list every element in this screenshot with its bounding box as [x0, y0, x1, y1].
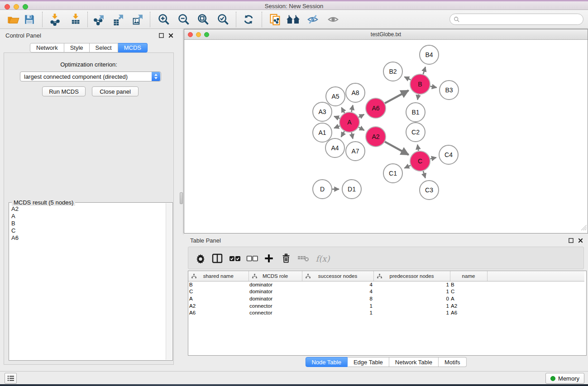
node-B3[interactable]: B3 [440, 81, 459, 100]
result-item-A[interactable]: A [10, 213, 166, 220]
node-A1[interactable]: A1 [313, 123, 332, 142]
node-A7[interactable]: A7 [346, 142, 365, 161]
table-row-B[interactable]: Bdominator41B [188, 281, 584, 288]
node-B[interactable]: B [410, 74, 430, 94]
table-cell[interactable]: C [450, 288, 487, 295]
edge-B-B3[interactable] [430, 86, 437, 88]
column-header-predecessor-nodes[interactable]: predecessor nodes [373, 271, 450, 281]
node-C1[interactable]: C1 [383, 164, 402, 183]
new-network-from-selection-icon[interactable] [268, 12, 282, 27]
edge-B-B4[interactable] [423, 67, 425, 74]
node-B4[interactable]: B4 [420, 45, 439, 64]
float-panel-icon[interactable] [158, 33, 164, 38]
table-cell[interactable]: 4 [302, 281, 373, 288]
table-row-A6[interactable]: A6connector11A6 [188, 309, 584, 316]
import-table-icon[interactable] [68, 12, 83, 27]
edge-A-A5[interactable] [341, 108, 344, 113]
table-row-C[interactable]: Cdominator41C [188, 288, 584, 295]
node-A5[interactable]: A5 [326, 87, 345, 106]
tab-motifs[interactable]: Motifs [439, 357, 467, 367]
criterion-dropdown[interactable]: largest connected component (directed) [20, 71, 161, 81]
edge-A-A3[interactable] [334, 116, 339, 119]
run-mcds-button[interactable]: Run MCDS [42, 86, 86, 96]
column-header-name[interactable]: name [450, 271, 487, 281]
window-resize-grip[interactable] [581, 224, 587, 233]
column-header-shared-name[interactable]: shared name [188, 271, 249, 281]
node-A[interactable]: A [339, 112, 359, 132]
node-C[interactable]: C [410, 151, 430, 171]
memory-button[interactable]: Memory [545, 373, 584, 384]
node-A4[interactable]: A4 [325, 138, 344, 157]
export-table-icon[interactable] [111, 12, 126, 27]
table-cell[interactable]: 1 [302, 309, 373, 316]
result-item-A2[interactable]: A2 [10, 205, 166, 213]
table-cell[interactable]: A6 [450, 309, 487, 316]
zoom-fit-icon[interactable] [196, 12, 210, 27]
column-header-mcds-role[interactable]: MCDS role [249, 271, 302, 281]
table-cell[interactable]: 1 [373, 309, 450, 316]
zoom-in-icon[interactable] [157, 12, 171, 27]
add-column-icon[interactable] [262, 252, 276, 265]
table-cell[interactable]: B [188, 281, 249, 288]
network-canvas[interactable]: B4B2BB3A8A5A6A3B1AC2A1A2A4A7C4CC1DD1C3 [185, 40, 588, 233]
table-cell[interactable]: A2 [188, 302, 249, 310]
show-all-icon[interactable] [326, 12, 340, 27]
node-B1[interactable]: B1 [406, 103, 425, 122]
open-session-icon[interactable] [6, 12, 20, 27]
table-cell[interactable]: 1 [373, 302, 450, 310]
zoom-out-icon[interactable] [177, 12, 191, 27]
edge-A-A4[interactable] [341, 131, 344, 137]
delete-table-icon[interactable] [296, 252, 310, 265]
function-builder-icon[interactable]: f(x) [314, 252, 332, 265]
table-cell[interactable]: connector [249, 309, 302, 316]
edge-B-B1[interactable] [418, 95, 419, 100]
node-C4[interactable]: C4 [439, 145, 458, 164]
select-all-icon[interactable] [228, 252, 242, 265]
edge-C-C3[interactable] [423, 171, 425, 178]
first-neighbors-icon[interactable] [286, 12, 301, 27]
edge-A-A7[interactable] [352, 133, 353, 139]
export-network-icon[interactable] [92, 12, 106, 27]
edge-A2-C[interactable] [385, 142, 409, 155]
table-cell[interactable]: A [188, 295, 249, 302]
table-cell[interactable]: dominator [249, 295, 302, 302]
network-window-titlebar[interactable]: testGlobe.txt [184, 29, 588, 40]
result-scrollbar[interactable] [166, 203, 172, 360]
edge-A-A6[interactable] [359, 114, 364, 118]
table-cell[interactable]: A2 [450, 302, 487, 310]
float-table-panel-icon[interactable] [568, 238, 574, 243]
show-panels-list-button[interactable] [5, 373, 17, 384]
export-image-icon[interactable] [131, 12, 145, 27]
tab-style[interactable]: Style [64, 43, 90, 52]
tab-mcds[interactable]: MCDS [118, 43, 148, 52]
table-row-A[interactable]: Adominator80A [188, 295, 584, 302]
table-cell[interactable]: dominator [249, 288, 302, 295]
tab-edge-table[interactable]: Edge Table [348, 357, 389, 367]
vertical-split-handle[interactable] [180, 192, 183, 204]
node-B2[interactable]: B2 [383, 62, 402, 81]
search-field[interactable] [449, 14, 583, 25]
edge-A6-B[interactable] [385, 91, 408, 103]
table-cell[interactable]: 8 [302, 295, 373, 302]
tab-select[interactable]: Select [90, 43, 118, 52]
table-cell[interactable]: 0 [373, 295, 450, 302]
close-panel-button[interactable]: Close panel [92, 86, 139, 96]
result-item-B[interactable]: B [10, 220, 166, 227]
table-cell[interactable]: 1 [373, 288, 450, 295]
tab-network-table[interactable]: Network Table [389, 357, 439, 367]
table-cell[interactable]: connector [249, 302, 302, 310]
edge-C-C1[interactable] [405, 165, 411, 168]
save-session-icon[interactable] [22, 12, 37, 27]
table-options-icon[interactable] [194, 252, 207, 265]
table-cell[interactable]: 1 [302, 302, 373, 310]
edge-C-C4[interactable] [430, 157, 436, 159]
column-header-successor-nodes[interactable]: successor nodes [302, 271, 373, 281]
delete-columns-icon[interactable] [279, 252, 293, 265]
node-A3[interactable]: A3 [313, 102, 332, 121]
result-item-C[interactable]: C [10, 227, 166, 234]
search-input[interactable] [460, 16, 583, 23]
zoom-selected-icon[interactable] [216, 12, 230, 27]
table-cell[interactable]: B [450, 281, 487, 288]
node-A8[interactable]: A8 [346, 83, 365, 102]
close-table-panel-icon[interactable] [578, 238, 583, 243]
